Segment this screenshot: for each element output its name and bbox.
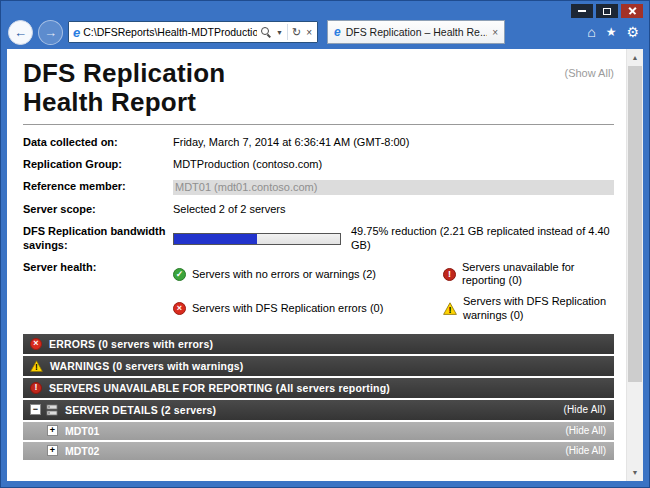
address-separator <box>287 24 288 40</box>
scrollbar[interactable]: ▲ ▼ <box>626 49 643 481</box>
error-icon: × <box>30 338 42 350</box>
field-row-bandwidth: DFS Replication bandwidth savings: 49.75… <box>23 225 614 253</box>
field-label: Reference member: <box>23 180 173 194</box>
navigation-bar: ← → e C:\DFSReports\Health-MDTProduction… <box>1 19 649 49</box>
collapse-box[interactable]: − <box>30 404 41 415</box>
server-row-mdt01[interactable]: + MDT01 (Hide All) <box>23 422 614 440</box>
field-value: Friday, March 7, 2014 at 6:36:41 AM (GMT… <box>173 136 409 150</box>
svg-text:!: ! <box>449 305 452 315</box>
server-row-mdt02[interactable]: + MDT02 (Hide All) <box>23 442 614 460</box>
hide-all-link[interactable]: (Hide All) <box>565 425 606 436</box>
server-health-grid: ✓ Servers with no errors or warnings (2)… <box>173 261 614 323</box>
title-bar <box>1 1 649 19</box>
field-row-replication-group: Replication Group: MDTProduction (contos… <box>23 158 614 172</box>
section-label: ERRORS (0 servers with errors) <box>49 338 213 350</box>
address-bar[interactable]: e C:\DFSReports\Health-MDTProduction-07M… <box>68 21 318 43</box>
health-label: Servers with no errors or warnings (2) <box>192 268 376 282</box>
field-label: Replication Group: <box>23 158 173 172</box>
address-text[interactable]: C:\DFSReports\Health-MDTProduction-07M <box>83 26 257 38</box>
hide-all-link[interactable]: (Hide All) <box>563 404 606 415</box>
field-row-server-health: Server health: ✓ Servers with no errors … <box>23 261 614 323</box>
browser-tab[interactable]: e DFS Replication – Health Re... × <box>327 20 505 44</box>
field-row-data-collected: Data collected on: Friday, March 7, 2014… <box>23 136 614 150</box>
tab-title: DFS Replication – Health Re... <box>346 26 487 38</box>
page-title: DFS Replication Health Report <box>23 59 225 117</box>
server-name: MDT02 <box>65 445 99 457</box>
exclaim-glyph: ! <box>448 270 451 279</box>
back-arrow-icon: ← <box>14 25 27 40</box>
report-page: DFS Replication Health Report (Show All)… <box>7 49 626 481</box>
page-title-line1: DFS Replication <box>23 59 225 88</box>
home-icon[interactable]: ⌂ <box>587 25 595 39</box>
ok-check-icon: ✓ <box>173 268 186 281</box>
toolbar-icons: ⌂ ★ ⚙ <box>587 25 641 39</box>
svg-text:!: ! <box>35 362 38 372</box>
report-sections: × ERRORS (0 servers with errors) ! WARNI… <box>23 334 614 460</box>
section-server-details[interactable]: − SERVER DETAILS (2 servers) (Hide All) <box>23 400 614 420</box>
tab-close-icon[interactable]: × <box>492 27 498 38</box>
health-item-unavailable: ! Servers unavailable for reporting (0) <box>443 261 614 289</box>
field-label: Data collected on: <box>23 136 173 150</box>
scroll-down-button[interactable]: ▼ <box>627 464 643 481</box>
cross-glyph: × <box>33 339 38 348</box>
field-value: MDT01 (mdt01.contoso.com) <box>173 180 614 196</box>
bandwidth-value: 49.75% reduction (2.21 GB replicated ins… <box>173 225 614 253</box>
plus-glyph: + <box>50 426 55 435</box>
error-icon: × <box>173 302 186 315</box>
section-label: WARNINGS (0 servers with warnings) <box>50 360 244 372</box>
close-button[interactable] <box>621 4 643 18</box>
bandwidth-text: 49.75% reduction (2.21 GB replicated ins… <box>351 225 614 253</box>
page-content: DFS Replication Health Report (Show All)… <box>7 49 643 481</box>
section-errors[interactable]: × ERRORS (0 servers with errors) <box>23 334 614 354</box>
field-label: DFS Replication bandwidth savings: <box>23 225 173 253</box>
show-all-link[interactable]: (Show All) <box>564 67 614 79</box>
ie-page-icon: e <box>73 25 80 40</box>
refresh-icon[interactable]: ↻ <box>291 26 302 39</box>
scrollbar-thumb[interactable] <box>628 66 642 382</box>
expand-box[interactable]: + <box>47 425 58 436</box>
report-header: DFS Replication Health Report (Show All) <box>23 59 614 117</box>
server-name: MDT01 <box>65 425 99 437</box>
check-glyph: ✓ <box>176 270 184 279</box>
health-label: Servers with DFS Replication errors (0) <box>192 302 383 316</box>
warning-triangle-icon: ! <box>443 302 457 315</box>
section-label: SERVER DETAILS (2 servers) <box>65 404 216 416</box>
forward-button[interactable]: → <box>38 20 63 45</box>
back-button[interactable]: ← <box>8 20 33 45</box>
server-icon <box>46 404 58 416</box>
health-item-warnings: ! Servers with DFS Replication warnings … <box>443 295 614 323</box>
scroll-up-button[interactable]: ▲ <box>627 49 643 66</box>
tab-favicon: e <box>334 25 341 39</box>
plus-glyph: + <box>50 446 55 455</box>
page-title-line2: Health Report <box>23 88 225 117</box>
health-label: Servers with DFS Replication warnings (0… <box>463 295 614 323</box>
maximize-button[interactable] <box>596 4 618 18</box>
section-label: SERVERS UNAVAILABLE FOR REPORTING (All s… <box>49 382 390 394</box>
search-icon[interactable] <box>260 26 272 38</box>
field-value: MDTProduction (contoso.com) <box>173 158 322 172</box>
minimize-button[interactable] <box>571 4 593 18</box>
warning-triangle-icon: ! <box>30 360 43 372</box>
browser-window: ← → e C:\DFSReports\Health-MDTProduction… <box>0 0 650 488</box>
minimize-icon <box>578 10 586 12</box>
unavailable-icon: ! <box>30 382 42 394</box>
favorites-star-icon[interactable]: ★ <box>606 26 617 38</box>
section-warnings[interactable]: ! WARNINGS (0 servers with warnings) <box>23 356 614 376</box>
exclaim-glyph: ! <box>34 383 37 392</box>
forward-arrow-icon: → <box>44 25 57 40</box>
section-unavailable[interactable]: ! SERVERS UNAVAILABLE FOR REPORTING (All… <box>23 378 614 398</box>
field-label: Server health: <box>23 261 173 275</box>
stop-icon[interactable]: × <box>305 27 313 38</box>
bandwidth-fill <box>174 234 257 244</box>
health-item-errors: × Servers with DFS Replication errors (0… <box>173 295 425 323</box>
cross-glyph: × <box>177 304 182 313</box>
settings-gear-icon[interactable]: ⚙ <box>626 25 639 39</box>
expand-box[interactable]: + <box>47 445 58 456</box>
health-item-ok: ✓ Servers with no errors or warnings (2) <box>173 261 425 289</box>
address-dropdown-icon[interactable]: ▼ <box>275 29 284 36</box>
divider <box>23 124 614 125</box>
hide-all-link[interactable]: (Hide All) <box>565 445 606 456</box>
maximize-icon <box>603 8 611 15</box>
unavailable-icon: ! <box>443 268 456 281</box>
bandwidth-progress-bar <box>173 233 341 245</box>
